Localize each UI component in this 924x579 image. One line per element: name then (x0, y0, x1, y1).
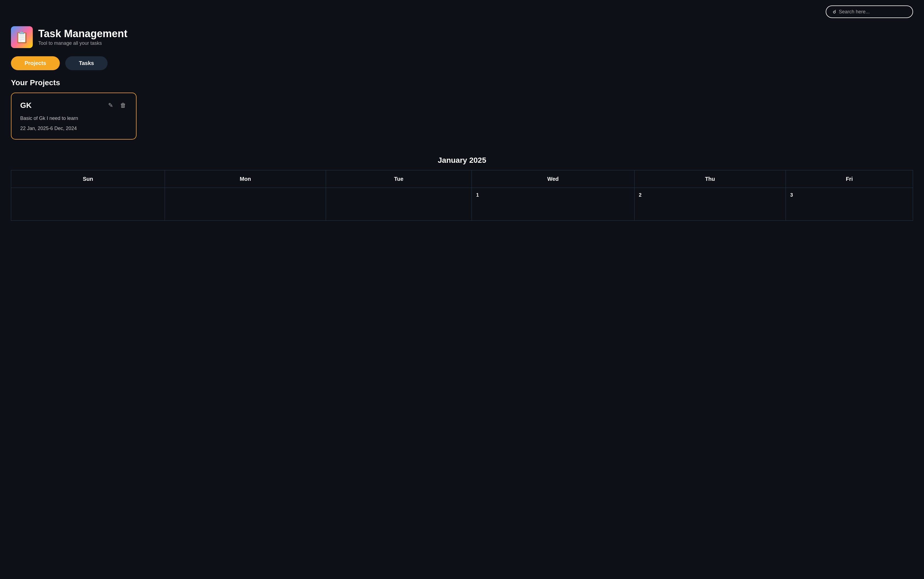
edit-project-button[interactable]: ✎ (107, 101, 114, 110)
tab-projects[interactable]: Projects (11, 56, 60, 70)
projects-container: GK ✎ 🗑 Basic of Gk I need to learn 22 Ja… (0, 93, 924, 150)
search-container: ☌ (826, 5, 913, 18)
calendar-title: January 2025 (11, 156, 913, 165)
app-logo-icon: 📋 (15, 31, 29, 44)
calendar-section: January 2025 Sun Mon Tue Wed Thu Fri 1 (0, 150, 924, 226)
day-header-wed: Wed (472, 170, 634, 188)
header: ☌ (0, 0, 924, 23)
calendar-cell-empty-3 (326, 188, 472, 221)
calendar-grid: Sun Mon Tue Wed Thu Fri 1 2 3 (11, 170, 913, 221)
edit-icon: ✎ (108, 102, 113, 109)
project-name: GK (20, 101, 32, 110)
day-number-2: 2 (639, 192, 642, 198)
tab-tasks[interactable]: Tasks (65, 56, 108, 70)
calendar-cell-empty-1 (11, 188, 165, 221)
app-header: 📋 Task Management Tool to manage all you… (0, 23, 924, 56)
day-header-fri: Fri (785, 170, 913, 188)
calendar-cell-3[interactable]: 3 (785, 188, 913, 221)
day-header-mon: Mon (165, 170, 326, 188)
calendar-cell-1[interactable]: 1 (472, 188, 634, 221)
calendar-cell-empty-2 (165, 188, 326, 221)
project-dates: 22 Jan, 2025-6 Dec, 2024 (20, 126, 127, 131)
day-header-tue: Tue (326, 170, 472, 188)
trash-icon: 🗑 (120, 102, 126, 109)
calendar-week-row: 1 2 3 (11, 188, 913, 221)
day-number-1: 1 (476, 192, 479, 198)
project-card-header: GK ✎ 🗑 (20, 101, 127, 110)
app-subtitle: Tool to manage all your tasks (38, 41, 127, 46)
project-description: Basic of Gk I need to learn (20, 116, 127, 121)
app-title-group: Task Management Tool to manage all your … (38, 28, 127, 46)
search-input[interactable] (839, 9, 906, 15)
calendar-cell-2[interactable]: 2 (634, 188, 785, 221)
day-number-3: 3 (790, 192, 793, 198)
calendar-header-row: Sun Mon Tue Wed Thu Fri (11, 170, 913, 188)
search-icon: ☌ (833, 9, 836, 15)
delete-project-button[interactable]: 🗑 (119, 101, 127, 110)
app-logo: 📋 (11, 26, 33, 48)
day-header-thu: Thu (634, 170, 785, 188)
projects-section-title: Your Projects (0, 79, 924, 93)
project-card: GK ✎ 🗑 Basic of Gk I need to learn 22 Ja… (11, 93, 137, 139)
project-actions: ✎ 🗑 (107, 101, 127, 110)
day-header-sun: Sun (11, 170, 165, 188)
tab-container: Projects Tasks (0, 56, 924, 79)
app-title: Task Management (38, 28, 127, 39)
